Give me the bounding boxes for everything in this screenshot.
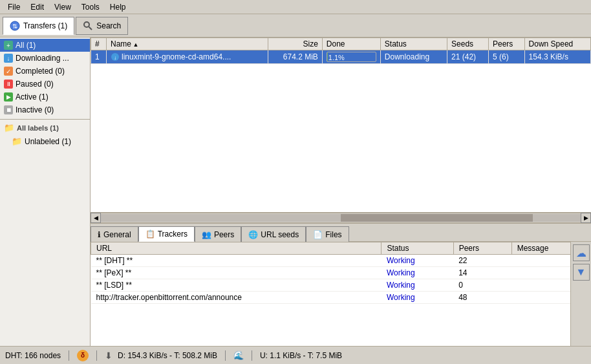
- sidebar-item-paused-label: Paused (0): [16, 80, 54, 89]
- list-item[interactable]: ** [DHT] **Working22: [91, 255, 591, 267]
- col-name[interactable]: Name: [107, 38, 268, 50]
- net-icon: 🌊: [233, 350, 244, 360]
- down-speed-status: D: 154.3 KiB/s - T: 508.2 MiB: [118, 351, 217, 360]
- toolbar: ⇅ Transfers (1) Search: [0, 14, 591, 37]
- list-item[interactable]: ** [PeX] **Working14: [91, 267, 591, 279]
- torrent-num: 1: [91, 50, 107, 64]
- detail-tab-url-seeds-label: URL seeds: [261, 230, 299, 239]
- tracker-url: ** [LSD] **: [91, 279, 381, 292]
- detail-tab-general[interactable]: ℹ General: [91, 226, 138, 242]
- files-icon: 📄: [313, 230, 323, 239]
- paused-icon: ⏸: [4, 80, 13, 89]
- detail-tab-trackers-label: Trackers: [158, 230, 188, 239]
- trackers-table: URL Status Peers Message ** [DHT] **Work…: [91, 242, 591, 304]
- detail-tab-url-seeds[interactable]: 🌐 URL seeds: [241, 226, 306, 242]
- torrent-down-speed: 154.3 KiB/s: [524, 50, 590, 64]
- sidebar-item-downloading-label: Downloading ...: [16, 54, 69, 63]
- url-seeds-icon: 🌐: [248, 230, 258, 239]
- col-status[interactable]: Status: [380, 38, 447, 50]
- sidebar-item-unlabeled-label: Unlabeled (1): [25, 137, 71, 146]
- sidebar-item-paused[interactable]: ⏸ Paused (0): [0, 78, 90, 91]
- up-speed-status: U: 1.1 KiB/s - T: 7.5 MiB: [260, 351, 342, 360]
- tracker-peers: 22: [453, 255, 511, 267]
- add-tracker-button[interactable]: ☁: [573, 244, 590, 261]
- downloading-icon: ↓: [4, 54, 13, 63]
- svg-point-2: [84, 22, 89, 27]
- col-done[interactable]: Done: [322, 38, 380, 50]
- svg-text:↓: ↓: [114, 55, 116, 61]
- general-icon: ℹ: [98, 230, 101, 239]
- folder-icon: 📁: [4, 123, 14, 133]
- horizontal-scrollbar[interactable]: ◀ ▶: [91, 213, 591, 223]
- tracker-col-peers[interactable]: Peers: [453, 242, 511, 255]
- col-peers[interactable]: Peers: [489, 38, 525, 50]
- main-area: + All (1) ↓ Downloading ... ✓ Completed …: [0, 37, 591, 346]
- sidebar-divider: [0, 119, 90, 120]
- sidebar-item-inactive[interactable]: ⏹ Inactive (0): [0, 103, 90, 116]
- menubar: File Edit View Tools Help: [0, 0, 591, 14]
- active-icon: ▶: [4, 92, 13, 102]
- torrent-list[interactable]: # Name Size Done Status Seeds Peers Down…: [91, 37, 591, 213]
- tracker-status: Working: [381, 267, 453, 279]
- details-content: URL Status Peers Message ** [DHT] **Work…: [91, 242, 591, 346]
- list-item[interactable]: http://tracker.openbittorrent.com/announ…: [91, 292, 591, 304]
- scroll-left[interactable]: ◀: [91, 213, 101, 223]
- col-seeds[interactable]: Seeds: [447, 38, 489, 50]
- scroll-track[interactable]: [101, 214, 581, 222]
- menu-file[interactable]: File: [3, 2, 25, 12]
- status-divider-2: [96, 350, 97, 361]
- svg-text:⇅: ⇅: [12, 23, 17, 30]
- col-size[interactable]: Size: [268, 38, 322, 50]
- torrent-peers: 5 (6): [489, 50, 525, 64]
- col-num[interactable]: #: [91, 38, 107, 50]
- transfers-icon: ⇅: [10, 21, 20, 31]
- tab-transfers[interactable]: ⇅ Transfers (1): [3, 17, 74, 35]
- tracker-col-status[interactable]: Status: [381, 242, 453, 255]
- dht-status: DHT: 166 nodes: [5, 351, 61, 360]
- all-icon: +: [4, 41, 13, 50]
- tab-transfers-label: Transfers (1): [23, 21, 67, 30]
- detail-tab-files-label: Files: [325, 230, 341, 239]
- torrent-table: # Name Size Done Status Seeds Peers Down…: [91, 37, 591, 64]
- menu-tools[interactable]: Tools: [76, 2, 105, 12]
- sidebar-item-downloading[interactable]: ↓ Downloading ...: [0, 52, 90, 65]
- sidebar-item-all-label: All (1): [16, 41, 36, 50]
- detail-tab-peers[interactable]: 👥 Peers: [195, 226, 241, 242]
- detail-tab-trackers[interactable]: 📋 Trackers: [138, 226, 195, 242]
- menu-help[interactable]: Help: [105, 2, 131, 12]
- sidebar-item-unlabeled[interactable]: 📁 Unlabeled (1): [0, 134, 90, 148]
- menu-edit[interactable]: Edit: [25, 2, 49, 12]
- tab-search[interactable]: Search: [76, 17, 128, 35]
- sidebar-item-all[interactable]: + All (1): [0, 39, 90, 52]
- tab-search-label: Search: [96, 21, 121, 30]
- tracker-peers: 14: [453, 267, 511, 279]
- detail-tab-files[interactable]: 📄 Files: [306, 226, 349, 242]
- col-down-speed[interactable]: Down Speed: [524, 38, 590, 50]
- torrent-done: 1.1%: [322, 50, 380, 64]
- menu-view[interactable]: View: [49, 2, 76, 12]
- sidebar-labels-header[interactable]: 📁 All labels (1): [0, 121, 90, 134]
- tracker-col-url[interactable]: URL: [91, 242, 381, 255]
- table-row[interactable]: 1↓linuxmint-9-gnome-cd-amd64....674.2 Mi…: [91, 50, 591, 64]
- svg-line-3: [89, 27, 92, 30]
- scroll-thumb[interactable]: [341, 214, 533, 222]
- tracker-peers: 0: [453, 279, 511, 292]
- status-divider-4: [252, 350, 252, 361]
- sidebar-item-active[interactable]: ▶ Active (1): [0, 91, 90, 103]
- tracker-status: Working: [381, 279, 453, 292]
- torrent-name: ↓linuxmint-9-gnome-cd-amd64....: [107, 50, 268, 64]
- detail-tab-peers-label: Peers: [214, 230, 234, 239]
- details-tabs: ℹ General 📋 Trackers 👥 Peers 🌐 URL seeds…: [91, 224, 591, 242]
- tracker-side-buttons: ☁ ▼: [570, 242, 591, 346]
- sidebar-item-completed[interactable]: ✓ Completed (0): [0, 65, 90, 78]
- inactive-icon: ⏹: [4, 105, 13, 114]
- list-item[interactable]: ** [LSD] **Working0: [91, 279, 591, 292]
- remove-tracker-button[interactable]: ▼: [573, 264, 590, 281]
- torrent-size: 674.2 MiB: [268, 50, 322, 64]
- scroll-right[interactable]: ▶: [581, 213, 591, 223]
- sidebar-item-inactive-label: Inactive (0): [16, 105, 54, 114]
- details-panel: ℹ General 📋 Trackers 👥 Peers 🌐 URL seeds…: [91, 223, 591, 346]
- status-divider-1: [69, 350, 69, 361]
- trackers-icon: 📋: [145, 230, 155, 239]
- torrent-seeds: 21 (42): [447, 50, 489, 64]
